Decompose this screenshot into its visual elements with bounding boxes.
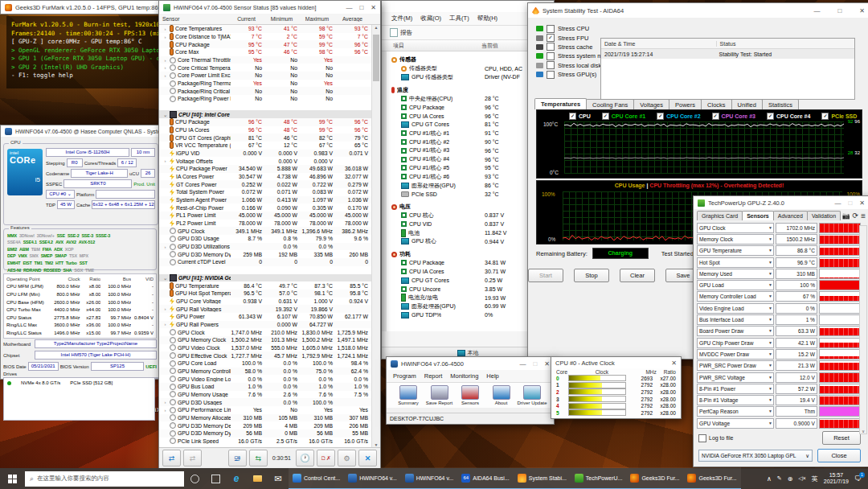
menu-item[interactable]: Monitoring — [450, 372, 478, 380]
stress-option[interactable]: Stress CPU — [536, 24, 619, 33]
refresh-icon[interactable]: ⟳ — [853, 212, 859, 220]
sensor-row[interactable]: Package/Ring Power Limi...NoNoNo — [159, 95, 372, 103]
legend-item[interactable]: ✓CPU Core #2 — [657, 113, 700, 120]
sensor-row[interactable]: CPU IA Cores96 °C48 °C99 °C96 °C — [159, 126, 372, 134]
sensor-scrollbar[interactable]: ▲ ▼ — [371, 25, 380, 447]
close-icon[interactable]: ✕ — [859, 199, 865, 207]
legend-checkbox[interactable]: ✓ — [712, 113, 719, 120]
taskbar-app-aida[interactable]: 64AIDA64 Busi... — [457, 467, 514, 489]
expand-icon[interactable]: › — [162, 58, 168, 63]
gpuz-sensor-name-dropdown[interactable]: Memory Used▼ — [697, 269, 774, 279]
history-back-forward-disabled-button[interactable]: ⇄ — [183, 450, 202, 466]
taskbar-clock[interactable]: 15:57 2021/7/19 — [824, 472, 849, 485]
tab-powers[interactable]: Powers — [669, 99, 702, 110]
gpuz-sensor-name-dropdown[interactable]: GPU Load▼ — [697, 280, 774, 290]
expand-icon[interactable]: › — [162, 408, 168, 413]
legend-checkbox[interactable]: ✓ — [602, 113, 609, 120]
sensor-row[interactable]: Current cTDP Level0000 — [159, 258, 372, 266]
sensor-row[interactable]: ›Core Distance to TjMAX7 °C2 °C59 °C7 °C — [159, 33, 372, 41]
log-to-file-checkbox[interactable] — [698, 434, 706, 442]
taskbar-app-gpuz[interactable]: TechPowerU... — [571, 467, 627, 489]
menu-item[interactable]: 收藏(O) — [420, 14, 441, 23]
expand-icon[interactable]: › — [162, 73, 168, 78]
gpuz-sensor-name-dropdown[interactable]: Video Engine Load▼ — [697, 303, 774, 314]
sensor-row[interactable]: GPU D3D Memory Dynamic259 MB192 MB335 MB… — [159, 250, 372, 258]
taskbar-app-fur[interactable]: Geeks3D Fur... — [626, 467, 683, 489]
sensor-row[interactable]: GPU Clock1,747.0 MHz210.0 MHz1,830.0 MHz… — [159, 328, 372, 336]
close-icon[interactable]: ✕ — [371, 4, 376, 11]
sensor-row[interactable]: CPU GT Cores (Graphics)81 °C46 °C82 °C79… — [159, 134, 372, 142]
cpu-clock-titlebar[interactable]: CPU #0 - Active Clock ✕ — [551, 357, 681, 368]
expand-icon[interactable]: › — [162, 244, 168, 249]
sensor-row[interactable]: Core Max95 °C46 °C98 °C96 °C — [159, 48, 372, 56]
gpuz-sensor-name-dropdown[interactable]: GPU Temperature▼ — [697, 245, 774, 256]
gpuz-sensor-name-dropdown[interactable]: PWR_SRC Voltage▼ — [697, 372, 774, 383]
legend-item[interactable]: ✓CPU — [569, 113, 591, 120]
sensor-row[interactable]: ›GPU Rail Voltages19.392 V19.866 V — [159, 305, 372, 313]
taskbar-app-cc[interactable]: Control Cent... — [289, 467, 344, 489]
sensor-titlebar[interactable]: HWiNFO64 v7.06-4500 Sensor Status [85 va… — [159, 1, 380, 14]
tab-statistics[interactable]: Statistics — [762, 99, 799, 110]
gpuz-sensor-name-dropdown[interactable]: Memory Controller Load▼ — [697, 291, 774, 302]
drive-row-line[interactable]: NVMe 4x 8.0 GT/sPCIe SSD [512 GB] — [3, 377, 155, 421]
scroll-up-icon[interactable]: ▲ — [372, 25, 380, 30]
sensor-row[interactable]: GT Cores Power0.252 W0.022 W0.722 W0.279… — [159, 180, 372, 188]
gpuz-tab-advanced[interactable]: Advanced — [773, 211, 808, 220]
sensor-row[interactable]: CPU Package Power34.540 W5.888 W49.683 W… — [159, 165, 372, 173]
hwinfo-main-titlebar[interactable]: HWiNFO64 v7.06-4500 —□✕ — [387, 357, 554, 370]
gpuz-sensor-name-dropdown[interactable]: GPU Voltage▼ — [697, 418, 774, 429]
gpuz-sensor-name-dropdown[interactable]: 8-Pin #1 Power▼ — [697, 384, 774, 394]
remote-monitor-button[interactable]: ⇆ — [249, 450, 268, 466]
action-center-icon[interactable]: 🗨1 — [854, 475, 862, 483]
sensor-row[interactable]: System Agent Power1.066 W0.413 W1.097 W1… — [159, 196, 372, 204]
legend-checkbox[interactable]: ✓ — [767, 113, 774, 120]
menu-item[interactable]: Report — [424, 372, 443, 380]
gpuz-sensor-name-dropdown[interactable]: GPU Chip Power Draw▼ — [697, 338, 774, 348]
reset-log-button[interactable]: 🗋✗ — [317, 450, 335, 466]
sensor-row[interactable]: GPU Temperature86.4 °C49.7 °C87.3 °C85.5… — [159, 281, 372, 290]
sensor-row[interactable]: GPU Video Clock1,537.0 MHz555.0 MHz1,605… — [159, 344, 372, 352]
tray-expand-icon[interactable]: ∧ — [767, 475, 772, 483]
legend-checkbox[interactable]: ✓ — [657, 113, 664, 120]
log-col-status[interactable]: Status — [717, 41, 736, 47]
expand-icon[interactable]: ⌄ — [162, 275, 168, 281]
sensor-row[interactable]: ›GPU Performance LimitsYesNoYesYes — [159, 406, 372, 414]
stop-button[interactable]: Stop — [574, 269, 609, 282]
settings-gear-icon[interactable]: ⚙ — [338, 450, 356, 466]
network-icon[interactable]: ⊕ — [788, 475, 793, 483]
sensor-row[interactable]: GPU D3D Memory Dynamic56 MB0 MB56 MB55 M… — [159, 429, 372, 438]
expand-icon[interactable]: › — [162, 400, 168, 405]
sensor-row[interactable]: Total System Power0.072 W0.071 W0.083 W0… — [159, 188, 372, 196]
close-icon[interactable]: ✕ — [671, 360, 677, 367]
sensor-row[interactable]: ›Core Thermal ThrottlingYesNoYes — [159, 56, 372, 64]
taskbar-search-input[interactable]: ⌕ 在这里输入你要搜索的内容 — [25, 471, 184, 487]
camera-icon[interactable]: 📷 — [842, 212, 850, 220]
sensor-row[interactable]: GPU Memory Allocated310 MB105 MB310 MB30… — [159, 414, 372, 422]
gpuz-sensor-name-dropdown[interactable]: GPU Clock▼ — [697, 223, 774, 233]
volume-icon[interactable]: ◁× — [798, 475, 805, 482]
gpuz-sensor-name-dropdown[interactable]: MVDDC Power Draw▼ — [697, 349, 774, 360]
taskbar-app-fur[interactable]: Geeks3D Fur... — [683, 467, 740, 489]
minimize-icon[interactable]: — — [813, 7, 820, 14]
op-col-header[interactable]: Ratio — [80, 277, 101, 281]
maximize-icon[interactable]: □ — [533, 360, 537, 368]
close-icon[interactable]: ✕ — [859, 7, 865, 14]
gpuz-tab-validation[interactable]: Validation — [807, 211, 841, 220]
expand-icon[interactable]: › — [162, 306, 168, 311]
gpuz-sensor-name-dropdown[interactable]: Memory Clock▼ — [697, 234, 774, 244]
gpuz-sensor-name-dropdown[interactable]: 8-Pin #1 Voltage▼ — [697, 395, 774, 405]
sensor-row[interactable]: GPU D3D Memory Dedica...209 MB4 MB209 MB… — [159, 421, 372, 429]
sensor-row[interactable]: GPU Clock349.1 MHz349.1 MHz1,396.6 MHz38… — [159, 227, 372, 235]
tool-sensors[interactable]: Sensors — [455, 385, 485, 405]
sensor-row[interactable]: CPU Package96 °C48 °C99 °C96 °C — [159, 118, 372, 126]
sensor-row[interactable] — [159, 103, 372, 111]
column-minimum[interactable]: Minimum — [266, 16, 301, 22]
op-col-header[interactable]: Operating Point — [6, 277, 48, 281]
clock-icon[interactable]: 🕐 — [296, 450, 314, 466]
gpuz-tab-sensors[interactable]: Sensors — [742, 211, 774, 220]
taskbar-app-flame[interactable]: System Stabi... — [514, 467, 571, 489]
sensor-row[interactable]: ⌄CPU [#0]: Intel Core i5-1... — [159, 110, 372, 118]
menu-item[interactable]: 工具(T) — [449, 14, 469, 23]
scroll-down-icon[interactable]: ▼ — [372, 442, 380, 447]
sensor-row[interactable]: IA Cores Power30.547 W4.738 W46.896 W32.… — [159, 173, 372, 181]
